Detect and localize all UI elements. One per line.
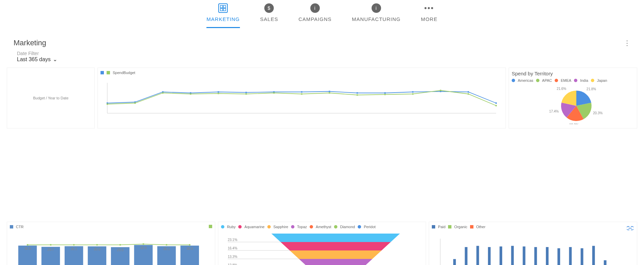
info-icon: i xyxy=(310,3,320,13)
card-title: Spend by Territory xyxy=(512,71,634,76)
card-spend-budget-line[interactable]: SpendBudget xyxy=(97,68,506,128)
svg-rect-128 xyxy=(592,246,595,265)
tab-more[interactable]: ••• MORE xyxy=(421,3,438,28)
svg-text:18.9%: 18.9% xyxy=(569,123,579,124)
svg-rect-26 xyxy=(245,93,247,95)
card-spend-territory[interactable]: Spend by Territory Americas APAC EMEA In… xyxy=(509,68,637,128)
line-chart xyxy=(101,76,503,120)
svg-rect-92 xyxy=(453,259,456,265)
card-budget-ytd[interactable]: Budget / Year to Date xyxy=(7,68,95,128)
svg-rect-101 xyxy=(488,247,491,265)
svg-text:16.4%: 16.4% xyxy=(228,246,237,250)
svg-rect-17 xyxy=(412,91,414,93)
svg-rect-107 xyxy=(511,246,514,265)
chart-legend: Paid Organic Other xyxy=(432,225,634,229)
svg-rect-27 xyxy=(273,92,274,94)
kebab-menu-icon[interactable]: ⋮ xyxy=(624,39,630,47)
svg-rect-33 xyxy=(440,90,441,91)
top-tabs: MARKETING $ SALES i CAMPAIGNS i MANUFACT… xyxy=(0,0,644,28)
svg-text:30.5: 30.5 xyxy=(186,247,193,250)
svg-rect-35 xyxy=(495,105,497,106)
svg-text:30.9: 30.9 xyxy=(140,246,147,250)
svg-rect-1 xyxy=(223,5,226,8)
svg-rect-3 xyxy=(223,8,226,11)
svg-rect-20 xyxy=(495,102,497,104)
svg-rect-28 xyxy=(301,93,303,95)
svg-marker-75 xyxy=(299,259,372,265)
svg-rect-19 xyxy=(468,91,469,93)
svg-rect-95 xyxy=(465,247,468,265)
svg-text:20.3%: 20.3% xyxy=(593,111,602,115)
svg-rect-25 xyxy=(218,93,219,94)
dashboard-icon xyxy=(218,3,228,13)
tab-label: MORE xyxy=(421,16,438,22)
svg-rect-16 xyxy=(384,92,386,94)
filter-dropdown[interactable]: Last 365 days ⌄ xyxy=(17,56,627,63)
link-icon[interactable] xyxy=(627,225,634,232)
dashboard-grid-row2: CTR 30.529.730.130.029.530.930.130.5 Rub… xyxy=(0,219,644,265)
svg-rect-131 xyxy=(604,260,607,265)
filter-value-text: Last 365 days xyxy=(17,56,51,63)
funnel-chart: 23.1%16.4%13.3%12.8%11.7%11.4%11.3% xyxy=(221,230,423,265)
svg-marker-69 xyxy=(281,242,391,250)
budget-ytd-label: Budget / Year to Date xyxy=(33,96,69,100)
svg-rect-65 xyxy=(189,244,191,245)
svg-rect-60 xyxy=(73,244,74,245)
svg-rect-125 xyxy=(581,248,583,265)
date-filter: Date Filter Last 365 days ⌄ xyxy=(0,51,644,68)
legend-text: SpendBudget xyxy=(113,71,135,75)
svg-text:21.6%: 21.6% xyxy=(557,87,566,91)
chart-legend: Ruby Aquamarine Sapphire Topaz Amethyst … xyxy=(221,225,423,229)
svg-rect-0 xyxy=(220,5,223,8)
card-ctr[interactable]: CTR 30.529.730.130.029.530.930.130.5 xyxy=(7,222,215,265)
svg-rect-63 xyxy=(143,243,144,245)
tab-label: CAMPAIGNS xyxy=(298,16,332,22)
tab-label: MARKETING xyxy=(206,16,240,22)
legend-text: CTR xyxy=(16,225,24,229)
svg-rect-62 xyxy=(119,244,121,245)
svg-rect-22 xyxy=(134,102,136,104)
svg-rect-13 xyxy=(301,91,303,93)
svg-rect-23 xyxy=(162,92,163,94)
svg-rect-24 xyxy=(190,93,191,95)
svg-rect-98 xyxy=(476,246,479,265)
dollar-icon: $ xyxy=(264,3,274,13)
tab-marketing[interactable]: MARKETING xyxy=(206,3,240,28)
svg-text:29.7: 29.7 xyxy=(47,248,54,251)
svg-rect-10 xyxy=(218,91,219,93)
svg-rect-21 xyxy=(107,103,108,105)
card-traffic-bars[interactable]: Paid Organic Other xyxy=(429,222,637,265)
svg-marker-72 xyxy=(290,250,381,259)
tab-sales[interactable]: $ SALES xyxy=(260,3,278,28)
svg-text:29.5: 29.5 xyxy=(117,248,124,252)
tab-campaigns[interactable]: i CAMPAIGNS xyxy=(298,3,332,28)
svg-text:13.3%: 13.3% xyxy=(228,255,237,259)
svg-rect-32 xyxy=(412,93,414,95)
tab-label: MANUFACTURING xyxy=(352,16,401,22)
svg-rect-34 xyxy=(468,93,469,95)
svg-rect-29 xyxy=(329,92,330,94)
filter-label: Date Filter xyxy=(17,51,627,56)
svg-rect-122 xyxy=(569,247,572,265)
svg-rect-116 xyxy=(546,247,549,265)
dashboard-grid-row1: Budget / Year to Date SpendBudget Spend … xyxy=(0,68,644,219)
chart-legend: Americas APAC EMEA India Japan xyxy=(512,78,634,82)
grouped-bar-chart xyxy=(432,230,634,265)
svg-rect-110 xyxy=(523,246,526,265)
svg-rect-2 xyxy=(220,8,223,11)
svg-text:12.8%: 12.8% xyxy=(228,263,237,265)
svg-text:30.1: 30.1 xyxy=(71,247,77,251)
card-funnel[interactable]: Ruby Aquamarine Sapphire Topaz Amethyst … xyxy=(218,222,426,265)
tab-label: SALES xyxy=(260,16,278,22)
svg-rect-61 xyxy=(96,244,98,245)
tab-manufacturing[interactable]: i MANUFACTURING xyxy=(352,3,401,28)
svg-rect-14 xyxy=(329,91,330,92)
svg-text:23.1%: 23.1% xyxy=(228,238,237,242)
svg-rect-11 xyxy=(245,92,247,93)
svg-text:30.1: 30.1 xyxy=(163,247,170,251)
pie-chart: 21.8%20.3%18.9%17.4%21.6% xyxy=(512,84,634,124)
chart-legend: CTR xyxy=(10,225,212,229)
svg-text:17.4%: 17.4% xyxy=(549,110,559,113)
svg-rect-31 xyxy=(384,94,386,95)
svg-rect-59 xyxy=(50,244,51,245)
